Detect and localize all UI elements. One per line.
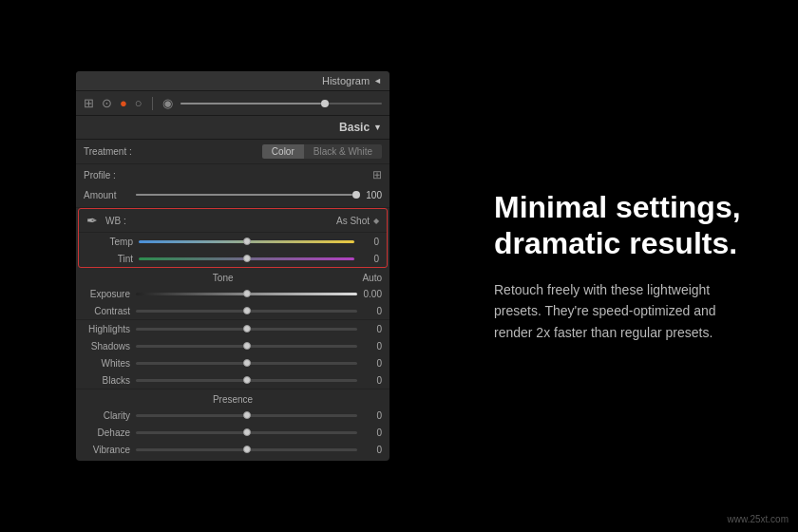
tone-auto-button[interactable]: Auto — [362, 273, 382, 283]
clarity-slider[interactable] — [136, 409, 357, 421]
dehaze-row: Dehaze 0 — [76, 424, 390, 441]
bw-button[interactable]: Black & White — [304, 144, 382, 159]
wb-dropdown-icon[interactable]: ◆ — [373, 217, 379, 225]
crop-icon[interactable]: ⊙ — [102, 96, 112, 110]
develop-panel: Histogram ◄ ⊞ ⊙ ● ○ ◉ Basic ▼ Treatme — [76, 71, 390, 461]
contrast-row: Contrast 0 — [76, 302, 390, 319]
amount-label: Amount — [84, 190, 136, 200]
temp-row: Temp 0 — [79, 233, 387, 250]
whites-track — [136, 362, 357, 365]
clarity-label: Clarity — [84, 410, 136, 421]
toolbar-slider[interactable] — [180, 97, 382, 110]
exposure-track — [136, 293, 357, 295]
tint-value: 0 — [360, 254, 379, 264]
blacks-value: 0 — [363, 375, 382, 386]
shadows-value: 0 — [363, 341, 382, 352]
histogram-title: Histogram — [322, 75, 370, 86]
temp-slider[interactable] — [139, 236, 354, 247]
vibrance-slider[interactable] — [136, 444, 357, 455]
shadows-slider[interactable] — [136, 340, 357, 352]
treatment-buttons: Color Black & White — [262, 144, 382, 159]
contrast-label: Contrast — [84, 306, 136, 316]
histogram-collapse-icon[interactable]: ◄ — [373, 76, 382, 86]
dehaze-label: Dehaze — [84, 428, 136, 438]
dehaze-track — [136, 431, 357, 434]
basic-section-header[interactable]: Basic ▼ — [76, 116, 390, 140]
treatment-row: Treatment : Color Black & White — [76, 140, 390, 164]
temp-label: Temp — [86, 237, 139, 247]
exposure-value: 0.00 — [363, 289, 382, 299]
histogram-header: Histogram ◄ — [76, 71, 390, 91]
vibrance-row: Vibrance 0 — [76, 441, 390, 461]
shadows-label: Shadows — [84, 341, 136, 352]
right-panel: Minimal settings, dramatic results. Reto… — [456, 0, 798, 532]
temp-value: 0 — [360, 237, 379, 247]
dehaze-value: 0 — [363, 428, 382, 438]
blacks-track — [136, 379, 357, 382]
tint-row: Tint 0 — [79, 250, 387, 267]
temp-track — [139, 240, 354, 243]
wb-row: ✒ WB : As Shot ◆ — [79, 209, 387, 233]
grid-icon[interactable]: ⊞ — [84, 96, 94, 110]
highlights-value: 0 — [363, 324, 382, 334]
whites-row: Whites 0 — [76, 354, 390, 371]
blacks-label: Blacks — [84, 375, 136, 386]
vibrance-value: 0 — [363, 445, 382, 455]
toolbar-slider-track — [180, 103, 382, 104]
amount-row: Amount 100 — [76, 185, 390, 208]
clarity-value: 0 — [363, 410, 382, 421]
tone-label: Tone — [84, 273, 362, 283]
whites-label: Whites — [84, 358, 136, 369]
clarity-row: Clarity 0 — [76, 407, 390, 424]
heal-icon[interactable]: ● — [120, 96, 127, 110]
radial-icon[interactable]: ○ — [135, 96, 142, 110]
blacks-row: Blacks 0 — [76, 371, 390, 389]
watermark: www.25xt.com — [728, 514, 788, 524]
shadows-track — [136, 345, 357, 348]
tone-header: Tone Auto — [76, 268, 390, 285]
highlights-slider[interactable] — [136, 323, 357, 334]
vibrance-label: Vibrance — [84, 445, 136, 455]
tint-slider[interactable] — [139, 253, 354, 264]
amount-slider[interactable] — [136, 188, 352, 201]
profile-grid-icon[interactable]: ⊞ — [372, 168, 382, 181]
shadows-row: Shadows 0 — [76, 337, 390, 354]
left-panel: Histogram ◄ ⊞ ⊙ ● ○ ◉ Basic ▼ Treatme — [0, 0, 456, 532]
exposure-slider[interactable] — [136, 288, 357, 299]
highlights-row: Highlights 0 — [76, 320, 390, 337]
wb-value: As Shot — [336, 216, 370, 226]
exposure-row: Exposure 0.00 — [76, 285, 390, 302]
basic-arrow-icon: ▼ — [373, 123, 382, 132]
tint-label: Tint — [86, 254, 139, 264]
contrast-slider[interactable] — [136, 305, 357, 316]
toolbar: ⊞ ⊙ ● ○ ◉ — [76, 91, 390, 116]
headline: Minimal settings, dramatic results. — [494, 189, 760, 262]
amount-slider-track — [136, 194, 352, 196]
highlights-track — [136, 328, 357, 331]
whites-value: 0 — [363, 358, 382, 369]
wb-label: WB : — [105, 216, 126, 226]
wb-section-highlight: ✒ WB : As Shot ◆ Temp 0 Tint — [78, 208, 388, 268]
exposure-label: Exposure — [84, 289, 136, 299]
eyedropper-icon[interactable]: ✒ — [86, 213, 98, 228]
description: Retouch freely with these lightweight pr… — [494, 279, 741, 343]
whites-slider[interactable] — [136, 357, 357, 369]
vibrance-track — [136, 448, 357, 451]
blacks-slider[interactable] — [136, 374, 357, 386]
presence-label: Presence — [213, 394, 253, 405]
basic-title: Basic — [339, 121, 370, 134]
adjustment-icon[interactable]: ◉ — [162, 96, 173, 110]
highlights-label: Highlights — [84, 324, 136, 334]
contrast-track — [136, 310, 357, 313]
contrast-value: 0 — [363, 306, 382, 316]
color-button[interactable]: Color — [262, 144, 304, 159]
treatment-label: Treatment : — [84, 146, 150, 157]
profile-label: Profile : — [84, 170, 116, 180]
toolbar-sep — [152, 97, 153, 110]
tint-track — [139, 257, 354, 260]
dehaze-slider[interactable] — [136, 427, 357, 438]
presence-header: Presence — [76, 389, 390, 407]
clarity-track — [136, 414, 357, 417]
amount-value: 100 — [358, 190, 382, 200]
profile-row: Profile : ⊞ — [76, 164, 390, 185]
